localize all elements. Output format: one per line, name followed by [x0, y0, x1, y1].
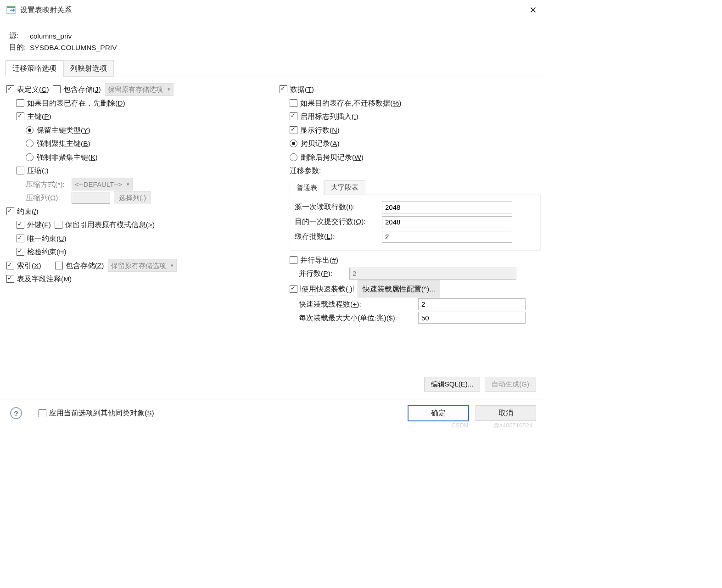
param-box: 源一次读取行数(I): 目的一次提交行数(Q): 缓存批数(L):: [290, 195, 541, 251]
constraints-checkbox[interactable]: [6, 207, 14, 215]
comments-label: 表及字段注释(M): [17, 272, 72, 286]
identity-insert-label: 启用标志列插入(:): [300, 110, 358, 123]
main-tabs: 迁移策略选项 列映射选项: [6, 60, 546, 77]
drop-if-exists-checkbox[interactable]: [17, 99, 24, 107]
identity-insert-checkbox[interactable]: [290, 112, 297, 120]
options-body: 表定义(C) 包含存储(J) 保留原有存储选项▾ 如果目的表已存在，先删除(D)…: [0, 77, 546, 325]
skip-if-exists-label: 如果目的表存在,不迁移数据(%): [300, 96, 401, 110]
copy-records-radio[interactable]: [290, 140, 297, 147]
dialog-window: 设置表映射关系 ✕ 源: columns_priv 目的: SYSDBA.COL…: [0, 0, 546, 431]
right-column: 数据(T) 如果目的表存在,不迁移数据(%) 启用标志列插入(:) 显示行数(N…: [268, 83, 541, 325]
foreign-key-checkbox[interactable]: [17, 221, 24, 229]
force-nonclustered-pk-label: 强制非聚集主键(K): [37, 151, 98, 164]
target-label: 目的:: [9, 43, 30, 52]
migration-params-label: 迁移参数:: [290, 164, 321, 178]
cache-batches-label: 缓存批数(L):: [295, 232, 382, 241]
auto-generate-button: 自动生成(G): [485, 377, 536, 392]
unique-constraint-label: 唯一约束(U): [27, 232, 67, 246]
parallel-count-input: [349, 268, 516, 280]
data-checkbox[interactable]: [280, 85, 287, 93]
ok-button[interactable]: 确定: [408, 405, 469, 421]
keep-ref-schema-checkbox[interactable]: [55, 221, 62, 229]
check-constraint-label: 检验约束(H): [27, 245, 67, 259]
compression-column-label: 压缩列(O):: [26, 191, 72, 205]
index-include-storage-checkbox[interactable]: [55, 262, 63, 269]
source-label: 源:: [9, 31, 30, 41]
edit-sql-button[interactable]: 编辑SQL(E)...: [424, 377, 481, 392]
compression-column-input: [72, 192, 110, 204]
unique-constraint-checkbox[interactable]: [17, 235, 24, 242]
force-clustered-pk-radio[interactable]: [26, 140, 34, 147]
target-row: 目的: SYSDBA.COLUMNS_PRIV: [0, 42, 546, 53]
drop-if-exists-label: 如果目的表已存在，先删除(D): [27, 96, 125, 110]
primary-key-label: 主键(P): [27, 110, 51, 123]
show-rows-label: 显示行数(N): [300, 123, 340, 137]
close-icon[interactable]: ✕: [526, 5, 540, 16]
fast-load-threads-label: 快速装载线程数(+):: [299, 297, 418, 311]
param-subtabs-container: 普通表 大字段表 源一次读取行数(I): 目的一次提交行数(Q): 缓存批数(L…: [280, 180, 541, 251]
compression-method-combo: <--DEFAULT-->▾: [72, 178, 133, 190]
dialog-title: 设置表映射关系: [20, 6, 72, 15]
delete-then-copy-radio[interactable]: [290, 153, 297, 161]
keep-ref-schema-label: 保留引用表原有模式信息(>): [65, 218, 155, 232]
param-subtabs: 普通表 大字段表: [290, 180, 541, 195]
max-load-size-label: 每次装载最大大小(单位:兆)($):: [299, 311, 418, 325]
cache-batches-input[interactable]: [382, 231, 512, 243]
storage-option-combo[interactable]: 保留原有存储选项▾: [105, 83, 174, 96]
parallel-count-label: 并行数(P):: [299, 267, 349, 280]
cancel-button[interactable]: 取消: [476, 405, 536, 421]
show-rows-checkbox[interactable]: [290, 126, 297, 134]
subtab-normal-table[interactable]: 普通表: [290, 181, 324, 195]
parallel-export-checkbox[interactable]: [290, 256, 297, 264]
apply-to-others-label: 应用当前选项到其他同类对象(S): [49, 409, 154, 418]
help-icon[interactable]: ?: [10, 407, 22, 419]
include-storage-label: 包含存储(J): [63, 83, 101, 96]
index-storage-combo[interactable]: 保留原有存储选项▾: [108, 259, 177, 272]
svg-rect-1: [7, 6, 15, 8]
select-columns-button: 选择列(,): [114, 191, 151, 204]
comments-checkbox[interactable]: [6, 275, 14, 283]
keep-pk-type-label: 保留主键类型(Y): [37, 123, 90, 137]
parallel-export-label: 并行导出(#): [300, 253, 338, 267]
watermark-csdn: CSDN: [451, 422, 468, 429]
fast-load-checkbox[interactable]: [290, 285, 297, 293]
data-label: 数据(T): [290, 83, 314, 96]
watermark-author: @a406716524: [493, 422, 533, 429]
index-checkbox[interactable]: [6, 262, 14, 269]
constraints-label: 约束(/): [17, 205, 39, 218]
compression-method-label: 压缩方式(*):: [26, 178, 72, 191]
footer-top: 编辑SQL(E)... 自动生成(G): [0, 370, 546, 396]
tab-migration-strategy[interactable]: 迁移策略选项: [6, 60, 63, 77]
apply-to-others-checkbox[interactable]: [39, 409, 46, 417]
left-column: 表定义(C) 包含存储(J) 保留原有存储选项▾ 如果目的表已存在，先删除(D)…: [6, 83, 268, 325]
source-row: 源: columns_priv: [0, 30, 546, 42]
skip-if-exists-checkbox[interactable]: [290, 99, 297, 107]
keep-pk-type-radio[interactable]: [26, 126, 34, 134]
source-read-rows-label: 源一次读取行数(I):: [295, 202, 382, 212]
titlebar: 设置表映射关系 ✕: [0, 0, 546, 18]
index-include-storage-label: 包含存储(Z): [66, 259, 104, 273]
primary-key-checkbox[interactable]: [17, 112, 24, 120]
tab-column-mapping[interactable]: 列映射选项: [63, 60, 114, 77]
check-constraint-checkbox[interactable]: [17, 248, 24, 256]
fast-load-config-button[interactable]: 快速装载属性配置(^)...: [358, 280, 441, 298]
max-load-size-input[interactable]: [418, 312, 526, 324]
source-value: columns_priv: [30, 32, 72, 40]
include-storage-checkbox[interactable]: [53, 85, 61, 93]
copy-records-label: 拷贝记录(A): [301, 137, 340, 151]
subtab-lob-table[interactable]: 大字段表: [324, 180, 365, 195]
footer: ? 应用当前选项到其他同类对象(S) 确定 取消: [0, 399, 546, 421]
source-read-rows-input[interactable]: [382, 202, 512, 213]
target-commit-rows-label: 目的一次提交行数(Q):: [295, 217, 382, 227]
table-definition-label: 表定义(C): [17, 83, 49, 96]
force-nonclustered-pk-radio[interactable]: [26, 153, 34, 161]
table-definition-checkbox[interactable]: [6, 85, 14, 93]
fast-load-threads-input[interactable]: [418, 298, 526, 310]
target-commit-rows-input[interactable]: [382, 216, 512, 228]
foreign-key-label: 外键(F): [27, 218, 51, 232]
force-clustered-pk-label: 强制聚集主键(B): [37, 137, 90, 151]
index-label: 索引(X): [17, 259, 41, 273]
target-value: SYSDBA.COLUMNS_PRIV: [30, 44, 117, 52]
app-icon: [6, 6, 16, 14]
compression-checkbox[interactable]: [17, 167, 24, 174]
